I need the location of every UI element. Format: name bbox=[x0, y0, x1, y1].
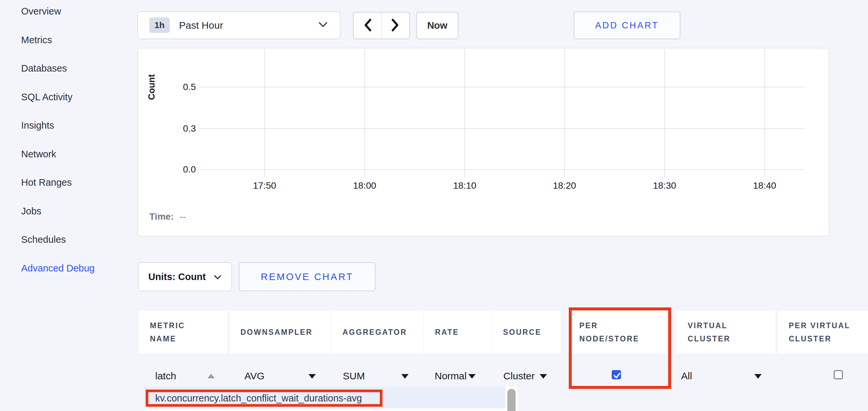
aggregator-select[interactable]: SUM bbox=[343, 368, 413, 385]
col-header-downsampler: DOWNSAMPLER bbox=[229, 311, 330, 353]
gridline-vertical bbox=[664, 49, 665, 177]
col-header-per-virtual-cluster: PER VIRTUAL CLUSTER bbox=[777, 311, 868, 353]
y-tick-label: 0.0 bbox=[166, 164, 196, 175]
col-header-per-node-store: PER NODE/STORE bbox=[568, 311, 670, 353]
x-tick-label: 17:50 bbox=[242, 180, 288, 192]
gridline-horizontal bbox=[198, 87, 804, 88]
y-tick-label: 0.3 bbox=[166, 123, 196, 134]
gridline-vertical bbox=[364, 49, 365, 177]
hover-time-readout: Time:-- bbox=[149, 211, 186, 222]
metric-name-combobox[interactable]: latch bbox=[155, 368, 228, 385]
sidebar-item-hot-ranges[interactable]: Hot Ranges bbox=[21, 177, 130, 206]
sidebar-nav: Overview Metrics Databases SQL Activity … bbox=[21, 6, 130, 291]
time-next-button[interactable] bbox=[381, 12, 410, 39]
units-select-label: Units: Count bbox=[148, 271, 206, 282]
triangle-down-icon bbox=[754, 374, 762, 379]
triangle-down-icon bbox=[309, 374, 316, 379]
downsampler-value: AVG bbox=[244, 370, 265, 382]
sidebar-item-overview[interactable]: Overview bbox=[21, 6, 130, 35]
col-header-source: SOURCE bbox=[492, 311, 560, 353]
add-chart-button[interactable]: ADD CHART bbox=[574, 11, 680, 39]
x-tick-label: 18:40 bbox=[742, 180, 788, 192]
sidebar-item-insights[interactable]: Insights bbox=[21, 120, 130, 149]
per-virtual-cluster-checkbox[interactable] bbox=[834, 370, 843, 379]
rate-value: Normal bbox=[435, 370, 467, 382]
x-tick-label: 18:10 bbox=[442, 180, 488, 192]
time-label: Time: bbox=[149, 211, 174, 222]
dropdown-scrollbar-thumb[interactable] bbox=[507, 389, 516, 411]
col-header-rate: RATE bbox=[424, 311, 491, 353]
col-header-virtual-cluster: VIRTUAL CLUSTER bbox=[676, 311, 775, 353]
remove-chart-button[interactable]: REMOVE CHART bbox=[239, 262, 376, 291]
chevron-down-icon bbox=[214, 271, 222, 282]
time-prev-button[interactable] bbox=[353, 12, 382, 39]
y-tick-label: 0.5 bbox=[166, 81, 196, 93]
sidebar-item-metrics[interactable]: Metrics bbox=[21, 35, 130, 63]
metric-name-input-value: latch bbox=[155, 370, 176, 382]
time-range-label: Past Hour bbox=[179, 20, 223, 31]
aggregator-value: SUM bbox=[343, 370, 365, 382]
x-tick-label: 18:30 bbox=[642, 180, 688, 192]
rate-select[interactable]: Normal bbox=[435, 368, 481, 385]
chart-card[interactable]: Count 0.5 0.3 0.0 17:50 18:00 18:10 18:2… bbox=[137, 48, 829, 237]
source-value: Cluster bbox=[503, 370, 535, 382]
time-value: -- bbox=[180, 211, 186, 222]
gridline-horizontal bbox=[198, 169, 804, 170]
x-tick-label: 18:20 bbox=[541, 180, 588, 192]
metric-suggestion-option[interactable]: kv.concurrency.latch_conflict_wait_durat… bbox=[155, 391, 362, 405]
chevron-left-icon bbox=[363, 19, 372, 33]
triangle-down-icon bbox=[540, 374, 547, 379]
gridline-vertical bbox=[564, 49, 565, 177]
chevron-down-icon bbox=[318, 22, 328, 29]
source-select[interactable]: Cluster bbox=[503, 368, 552, 385]
metric-suggestions-next-row bbox=[144, 408, 505, 411]
triangle-down-icon bbox=[468, 374, 476, 379]
gridline-horizontal bbox=[198, 128, 804, 129]
sidebar-item-jobs[interactable]: Jobs bbox=[21, 206, 130, 235]
triangle-up-icon bbox=[208, 374, 215, 378]
col-header-metric-name: METRIC NAME bbox=[139, 311, 227, 353]
x-tick-label: 18:00 bbox=[342, 180, 388, 192]
chevron-right-icon bbox=[391, 19, 400, 33]
triangle-down-icon bbox=[401, 374, 409, 379]
now-button[interactable]: Now bbox=[416, 12, 459, 39]
sidebar-item-schedules[interactable]: Schedules bbox=[21, 234, 130, 263]
per-node-store-checkbox[interactable] bbox=[612, 370, 621, 379]
chart-y-axis-label: Count bbox=[147, 67, 158, 107]
checkmark-icon bbox=[612, 371, 622, 380]
time-range-selector[interactable]: 1h Past Hour bbox=[137, 11, 341, 39]
units-select[interactable]: Units: Count bbox=[138, 262, 232, 291]
col-header-aggregator: AGGREGATOR bbox=[331, 311, 423, 353]
sidebar-item-network[interactable]: Network bbox=[21, 149, 130, 177]
virtual-cluster-value: All bbox=[681, 370, 692, 382]
time-range-badge: 1h bbox=[149, 18, 170, 33]
sidebar-item-sql-activity[interactable]: SQL Activity bbox=[21, 92, 130, 121]
downsampler-select[interactable]: AVG bbox=[244, 368, 320, 385]
virtual-cluster-select[interactable]: All bbox=[681, 368, 763, 385]
gridline-vertical bbox=[464, 49, 465, 177]
gridline-vertical bbox=[264, 49, 265, 177]
sidebar-item-databases[interactable]: Databases bbox=[21, 63, 130, 92]
sidebar-item-advanced-debug[interactable]: Advanced Debug bbox=[21, 263, 130, 292]
gridline-vertical bbox=[764, 49, 765, 177]
